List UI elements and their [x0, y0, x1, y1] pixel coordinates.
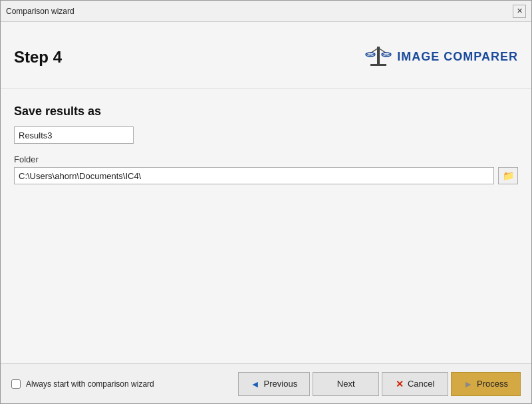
x-icon: ✕: [396, 379, 404, 389]
browse-button[interactable]: 📁: [498, 167, 518, 184]
window-title: Comparison wizard: [6, 7, 74, 16]
next-label: Next: [337, 379, 355, 389]
folder-row: 📁: [14, 167, 518, 184]
logo-area: IMAGE COMPARER: [365, 44, 518, 71]
close-button[interactable]: ✕: [513, 5, 526, 18]
folder-icon: 📁: [503, 170, 514, 181]
header-area: Step 4 IMAGE COMPARER: [1, 22, 531, 89]
always-start-label: Always start with comparison wizard: [26, 379, 154, 389]
svg-rect-0: [377, 47, 380, 65]
arrow-left-icon: ◄: [251, 379, 260, 389]
svg-rect-1: [370, 64, 386, 66]
process-label: Process: [477, 379, 508, 389]
main-window: Comparison wizard ✕ Step 4 IMAGE COMPARE…: [0, 0, 532, 404]
folder-path-input[interactable]: [14, 167, 494, 184]
logo-text: IMAGE COMPARER: [397, 50, 518, 64]
step-title: Step 4: [14, 48, 62, 67]
play-icon: ►: [464, 379, 473, 389]
content-area: Save results as Folder 📁: [1, 89, 531, 363]
footer-left: Always start with comparison wizard: [11, 379, 154, 389]
results-name-input[interactable]: [14, 126, 134, 144]
always-start-checkbox[interactable]: [11, 379, 21, 389]
cancel-label: Cancel: [408, 379, 434, 389]
section-title: Save results as: [14, 104, 518, 118]
cancel-button[interactable]: ✕ Cancel: [382, 372, 448, 396]
logo-icon: [365, 44, 392, 71]
title-bar: Comparison wizard ✕: [1, 1, 531, 22]
next-button[interactable]: Next: [313, 372, 379, 396]
process-button[interactable]: ► Process: [451, 372, 521, 396]
previous-label: Previous: [264, 379, 298, 389]
footer: Always start with comparison wizard ◄ Pr…: [1, 363, 531, 403]
previous-button[interactable]: ◄ Previous: [238, 372, 310, 396]
folder-label: Folder: [14, 154, 518, 164]
footer-buttons: ◄ Previous Next ✕ Cancel ► Process: [238, 372, 521, 396]
